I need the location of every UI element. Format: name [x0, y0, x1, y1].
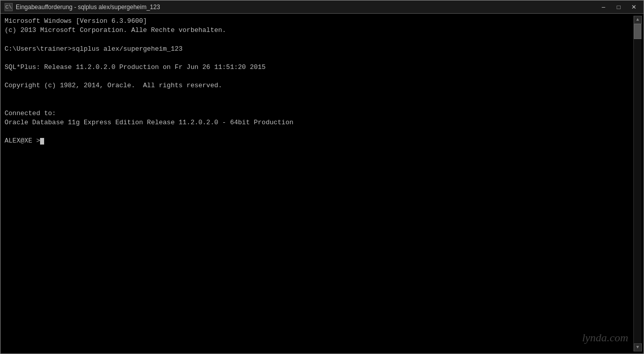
terminal-output[interactable]: Microsoft Windows [Version 6.3.9600] (c)… — [3, 16, 633, 351]
maximize-button[interactable]: □ — [611, 2, 626, 13]
terminal-area[interactable]: Microsoft Windows [Version 6.3.9600] (c)… — [1, 14, 643, 353]
title-bar-left: C\ Eingabeaufforderung - sqlplus alex/su… — [5, 3, 160, 11]
scrollbar[interactable]: ▲ ▼ — [633, 16, 641, 351]
window-controls: – □ ✕ — [596, 2, 641, 13]
title-bar: C\ Eingabeaufforderung - sqlplus alex/su… — [1, 1, 643, 14]
scrollbar-thumb[interactable] — [634, 24, 641, 39]
window-title: Eingabeaufforderung - sqlplus alex/super… — [16, 4, 160, 11]
cmd-icon: C\ — [5, 3, 13, 11]
scroll-up-arrow[interactable]: ▲ — [634, 16, 642, 24]
cmd-window: C\ Eingabeaufforderung - sqlplus alex/su… — [0, 0, 644, 354]
close-button[interactable]: ✕ — [626, 2, 641, 13]
minimize-button[interactable]: – — [596, 2, 611, 13]
scroll-down-arrow[interactable]: ▼ — [634, 343, 642, 351]
scrollbar-track — [634, 24, 641, 343]
terminal-cursor — [40, 138, 44, 145]
